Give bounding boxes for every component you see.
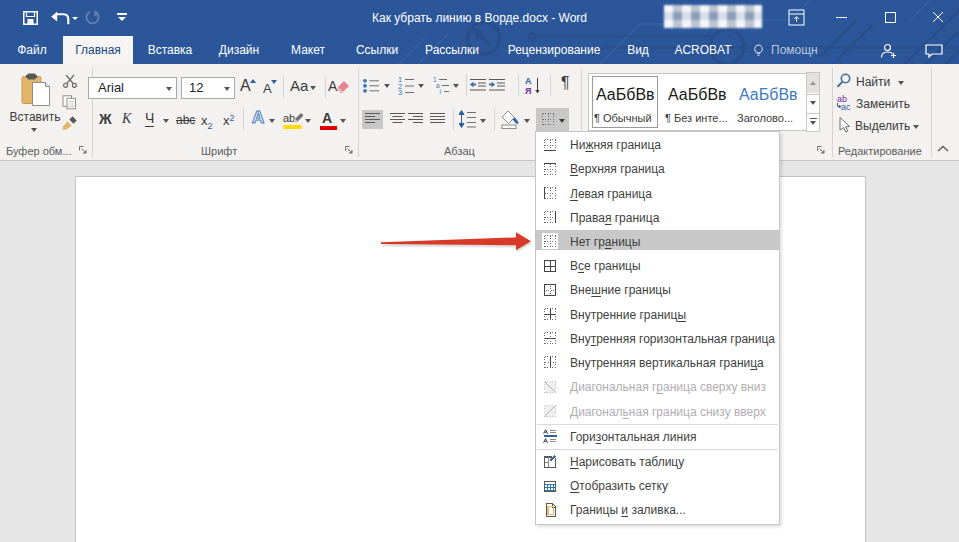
- svg-text:A: A: [328, 78, 338, 94]
- svg-text:i: i: [440, 88, 441, 95]
- svg-text:ab: ab: [283, 112, 295, 124]
- svg-text:ac: ac: [841, 102, 851, 111]
- svg-text:3: 3: [398, 88, 402, 96]
- svg-text:А: А: [525, 76, 532, 86]
- svg-text:Я: Я: [525, 86, 531, 95]
